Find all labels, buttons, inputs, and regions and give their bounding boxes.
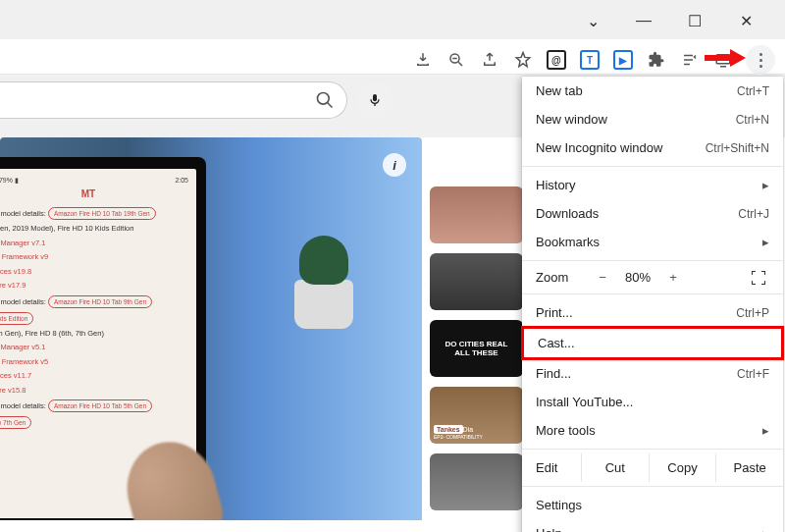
- video-thumb-2[interactable]: [430, 253, 523, 310]
- extension-icon-2[interactable]: T: [579, 49, 601, 71]
- menu-help[interactable]: Help▸: [522, 519, 783, 532]
- svg-rect-3: [373, 94, 377, 101]
- video-thumb-1[interactable]: [430, 186, 523, 243]
- zoom-plus[interactable]: +: [657, 270, 689, 285]
- fullscreen-icon[interactable]: [744, 271, 773, 285]
- menu-cast[interactable]: Cast...: [521, 326, 784, 360]
- search-icon: [315, 90, 335, 110]
- voice-search-button[interactable]: [357, 82, 392, 118]
- window-close[interactable]: ✕: [724, 6, 767, 35]
- svg-point-2: [318, 93, 330, 105]
- menu-print[interactable]: Print...Ctrl+P: [522, 298, 783, 327]
- zoom-out-icon[interactable]: [445, 49, 467, 71]
- video-thumb-3[interactable]: DO CITIES REALALL THESE: [430, 320, 523, 377]
- info-icon[interactable]: i: [383, 153, 406, 177]
- menu-settings[interactable]: Settings: [522, 491, 783, 519]
- caret-down-icon[interactable]: ⌄: [571, 6, 614, 35]
- menu-new-tab[interactable]: New tabCtrl+T: [522, 77, 783, 105]
- download-icon[interactable]: [412, 49, 434, 71]
- extension-icon-3[interactable]: ▶: [612, 49, 634, 71]
- microphone-icon: [367, 92, 383, 108]
- extensions-puzzle-icon[interactable]: [646, 49, 667, 71]
- window-minimize[interactable]: —: [622, 6, 665, 35]
- menu-paste[interactable]: Paste: [715, 453, 783, 482]
- menu-bookmarks[interactable]: Bookmarks▸: [522, 228, 783, 256]
- zoom-minus[interactable]: −: [587, 270, 618, 285]
- extension-icon-1[interactable]: @: [546, 49, 567, 71]
- video-player[interactable]: 📶 79% ▮2:05 MT the model details: Amazon…: [0, 137, 422, 520]
- menu-downloads[interactable]: DownloadsCtrl+J: [522, 199, 783, 228]
- share-icon[interactable]: [479, 49, 500, 71]
- menu-copy[interactable]: Copy: [649, 453, 716, 482]
- menu-button[interactable]: [746, 45, 775, 75]
- menu-more-tools[interactable]: More tools▸: [522, 416, 783, 445]
- menu-new-window[interactable]: New windowCtrl+N: [522, 105, 783, 133]
- video-thumb-4[interactable]: TankesDiaEP2- COMPATIBILITY: [430, 387, 523, 444]
- menu-find[interactable]: Find...Ctrl+F: [522, 359, 783, 388]
- plant-decoration: [294, 236, 353, 329]
- search-box[interactable]: [0, 81, 347, 119]
- menu-install-youtube[interactable]: Install YouTube...: [522, 388, 783, 416]
- reading-list-icon[interactable]: [679, 49, 701, 71]
- menu-edit-row: Edit Cut Copy Paste: [522, 453, 783, 482]
- window-maximize[interactable]: ☐: [673, 6, 716, 35]
- annotation-arrow: [705, 49, 746, 67]
- star-icon[interactable]: [512, 49, 534, 71]
- tablet-brand: MT: [0, 188, 188, 199]
- menu-incognito[interactable]: New Incognito windowCtrl+Shift+N: [522, 133, 783, 162]
- menu-zoom: Zoom − 80% +: [522, 265, 783, 290]
- chrome-menu: New tabCtrl+T New windowCtrl+N New Incog…: [522, 77, 783, 532]
- video-thumb-5[interactable]: [430, 453, 523, 510]
- zoom-value: 80%: [618, 270, 657, 285]
- menu-cut[interactable]: Cut: [581, 453, 649, 482]
- menu-history[interactable]: History▸: [522, 171, 783, 199]
